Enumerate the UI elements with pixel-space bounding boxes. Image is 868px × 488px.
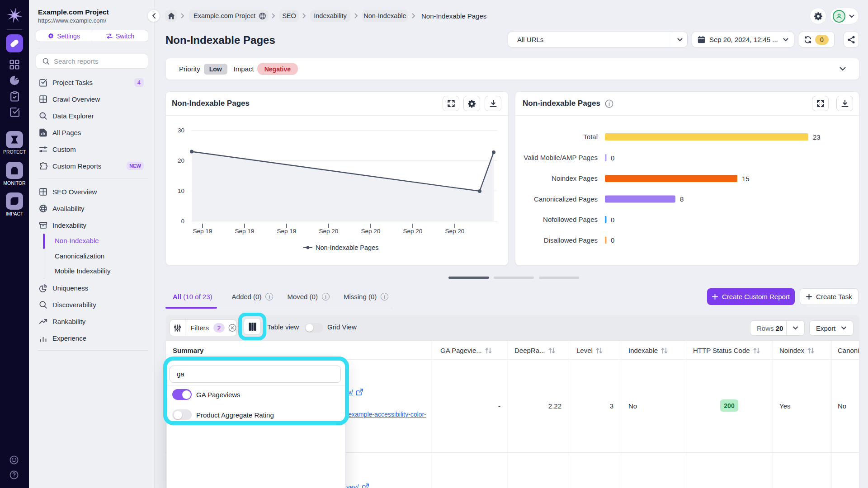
svg-text:Nofollowed Pages: Nofollowed Pages	[543, 216, 598, 223]
svg-text:Total: Total	[583, 133, 598, 141]
svg-text:Sep 20: Sep 20	[361, 228, 381, 235]
svg-text:Non-Indexable Pages: Non-Indexable Pages	[316, 244, 378, 251]
svg-text:Sep 19: Sep 19	[277, 228, 297, 235]
svg-text:8: 8	[680, 195, 684, 203]
svg-text:0: 0	[181, 218, 184, 225]
svg-text:0: 0	[611, 236, 614, 244]
svg-text:Canonicalized Pages: Canonicalized Pages	[534, 195, 598, 203]
svg-text:Sep 20: Sep 20	[445, 228, 465, 235]
svg-text:Noindex Pages: Noindex Pages	[552, 174, 598, 182]
svg-text:23: 23	[813, 133, 821, 141]
svg-text:10: 10	[178, 188, 184, 194]
svg-text:Valid Mobile/AMP Pages: Valid Mobile/AMP Pages	[524, 154, 598, 161]
svg-text:30: 30	[178, 127, 184, 134]
svg-text:20: 20	[178, 157, 184, 164]
svg-text:Sep 19: Sep 19	[193, 228, 212, 235]
svg-text:0: 0	[611, 154, 614, 162]
svg-text:15: 15	[742, 175, 750, 183]
svg-text:Disallowed Pages: Disallowed Pages	[544, 236, 598, 244]
svg-text:Sep 19: Sep 19	[235, 228, 255, 235]
svg-text:Sep 20: Sep 20	[319, 228, 339, 235]
svg-text:Sep 20: Sep 20	[403, 228, 423, 235]
svg-text:0: 0	[611, 216, 614, 224]
